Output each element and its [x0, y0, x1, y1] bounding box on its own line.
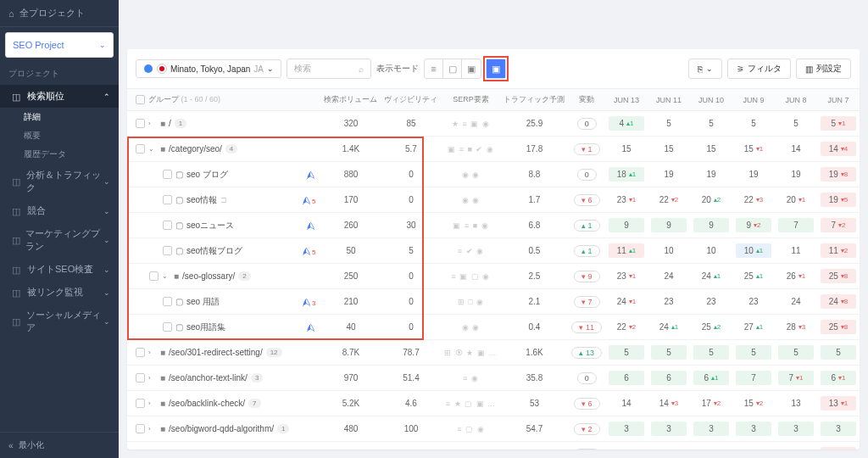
- rank-cell: 4 ▴1: [609, 116, 644, 131]
- checkbox[interactable]: [136, 144, 145, 154]
- link-icon[interactable]: ⮙: [306, 170, 315, 180]
- col-group[interactable]: グループ (1 - 60 / 60): [127, 89, 298, 111]
- link-icon[interactable]: ⮙: [302, 246, 311, 256]
- group-path[interactable]: seo 用語: [186, 296, 220, 308]
- checkbox[interactable]: [136, 119, 145, 128]
- group-path[interactable]: /seo/backlink-check/: [169, 399, 245, 408]
- location-selector[interactable]: Minato, Tokyo, Japan JA ⌄: [136, 59, 281, 78]
- group-path[interactable]: /category/seo/: [169, 144, 222, 154]
- expand-icon[interactable]: ›: [148, 349, 157, 356]
- view-list-button[interactable]: ≡: [425, 59, 443, 78]
- group-path[interactable]: /seo/bigword-qdd-algorithm/: [169, 424, 274, 433]
- sidebar-subitem[interactable]: 概要: [0, 126, 119, 145]
- view-mode-label: 表示モード: [376, 63, 419, 75]
- col-serp[interactable]: SERP要素: [441, 89, 500, 111]
- project-selector[interactable]: SEO Project ⌄: [5, 32, 114, 58]
- group-path[interactable]: /: [169, 119, 171, 128]
- expand-icon[interactable]: ›: [148, 374, 157, 382]
- col-visibility[interactable]: ヴィジビリティ: [381, 89, 441, 111]
- group-path[interactable]: /seo-glossary/: [182, 271, 235, 281]
- view-folder-button[interactable]: ▢: [443, 59, 462, 78]
- checkbox[interactable]: [163, 246, 172, 255]
- expand-icon[interactable]: ›: [148, 425, 157, 433]
- sidebar-subitem[interactable]: 詳細: [0, 108, 119, 126]
- col-d4[interactable]: JUN 9: [732, 89, 775, 111]
- folder-icon: ■: [174, 271, 179, 281]
- expand-icon[interactable]: ›: [148, 399, 157, 407]
- expand-icon[interactable]: ⌄: [148, 145, 157, 153]
- sidebar-item[interactable]: ◫ソーシャルメディア⌄: [0, 304, 119, 339]
- rank-cell: 23: [651, 294, 687, 309]
- col-d6[interactable]: JUN 7: [817, 89, 860, 111]
- rank-cell: 15 ▾3: [736, 447, 771, 450]
- search-input[interactable]: 検索 ⌕: [287, 59, 371, 79]
- rank-cell: 6: [651, 371, 687, 385]
- col-d3[interactable]: JUN 10: [690, 89, 732, 111]
- col-volume[interactable]: 検索ボリューム: [320, 89, 381, 111]
- link-icon[interactable]: ⮙: [302, 195, 311, 205]
- group-path[interactable]: seoニュース: [186, 220, 234, 232]
- filter-button[interactable]: ⚞フィルタ: [727, 59, 791, 79]
- checkbox[interactable]: [136, 424, 145, 433]
- copy-button[interactable]: ⎘⌄: [688, 59, 722, 79]
- group-path[interactable]: seo用語集: [186, 321, 225, 333]
- traffic-cell: 35.8: [500, 366, 568, 391]
- rank-cell: 6 ▾1: [821, 371, 856, 385]
- checkbox[interactable]: [163, 170, 172, 179]
- checkbox[interactable]: [163, 221, 172, 230]
- rank-cell: 15: [693, 142, 729, 156]
- sidebar-subitem[interactable]: 履歴データ: [0, 145, 119, 164]
- col-d1[interactable]: JUN 13: [605, 89, 648, 111]
- change-pill: ▴ 13: [571, 347, 602, 359]
- view-tree-button[interactable]: ▣: [487, 59, 505, 78]
- group-path[interactable]: seo情報ブログ: [186, 245, 242, 257]
- group-path[interactable]: /seo/301-redirect-setting/: [169, 348, 263, 357]
- rank-cell: 19: [693, 167, 729, 182]
- group-path[interactable]: /seo/anchor-text-link/: [169, 373, 248, 383]
- sidebar-minimize[interactable]: « 最小化: [0, 432, 119, 458]
- sidebar-item[interactable]: ◫サイトSEO検査⌄: [0, 258, 119, 281]
- change-pill: ▾ 5: [574, 449, 600, 450]
- table-row: › ■ / 1 32085★ ≡ ▣ ◉25.9 04 ▴155555 ▾1: [127, 111, 860, 137]
- view-grid-button[interactable]: ▣: [462, 59, 481, 78]
- rank-cell: 7: [736, 371, 771, 385]
- columns-button[interactable]: ▥列設定: [796, 59, 851, 79]
- sidebar-item[interactable]: ◫マーケティングプラン⌄: [0, 222, 119, 258]
- link-icon[interactable]: ⮙: [302, 297, 311, 307]
- copy-icon: ⎘: [698, 64, 703, 74]
- group-path[interactable]: seo ブログ: [186, 169, 228, 181]
- sidebar-item[interactable]: ◫競合⌄: [0, 199, 119, 222]
- table-row: ▢ seo ブログ ⮙8800◉ ◉8.8 018 ▴11919191919 ▾…: [127, 162, 860, 187]
- rank-cell: 28 ▾3: [778, 320, 814, 334]
- view-mode-buttons: ≡ ▢ ▣: [424, 59, 481, 79]
- col-d5[interactable]: JUN 8: [775, 89, 817, 111]
- checkbox-all[interactable]: [136, 95, 145, 104]
- expand-icon[interactable]: ⌄: [162, 272, 170, 280]
- rank-cell: 3: [693, 422, 729, 436]
- table-scroll[interactable]: グループ (1 - 60 / 60) 検索ボリューム ヴィジビリティ SERP要…: [127, 89, 860, 450]
- sidebar-item[interactable]: ◫被リンク監視⌄: [0, 281, 119, 304]
- rank-table: グループ (1 - 60 / 60) 検索ボリューム ヴィジビリティ SERP要…: [127, 89, 860, 450]
- checkbox[interactable]: [163, 322, 172, 332]
- col-d2[interactable]: JUN 11: [648, 89, 690, 111]
- sidebar-item[interactable]: ◫検索順位⌃: [0, 85, 119, 108]
- link-icon[interactable]: ⮙: [306, 322, 315, 332]
- checkbox[interactable]: [163, 195, 172, 204]
- sidebar-item[interactable]: ◫分析＆トラフィック⌄: [0, 164, 119, 199]
- visibility-cell: 0: [381, 264, 441, 289]
- checkbox[interactable]: [136, 399, 145, 408]
- rank-cell: 19: [778, 167, 814, 182]
- checkbox[interactable]: [136, 373, 145, 383]
- sidebar-top[interactable]: ⌂ 全プロジェクト: [0, 0, 119, 27]
- expand-icon[interactable]: ›: [148, 120, 157, 127]
- col-change[interactable]: 変動: [568, 89, 605, 111]
- main: Minato, Tokyo, Japan JA ⌄ 検索 ⌕ 表示モード ≡ ▢…: [119, 0, 868, 458]
- checkbox[interactable]: [163, 297, 172, 306]
- link-icon[interactable]: ⮙: [306, 221, 315, 231]
- group-path[interactable]: seo情報: [186, 194, 217, 206]
- checkbox[interactable]: [136, 348, 145, 357]
- chevron-down-icon: ⌄: [267, 64, 274, 73]
- rank-cell: 10: [651, 243, 687, 258]
- col-traffic[interactable]: トラフィック予測: [500, 89, 568, 111]
- checkbox[interactable]: [149, 271, 159, 281]
